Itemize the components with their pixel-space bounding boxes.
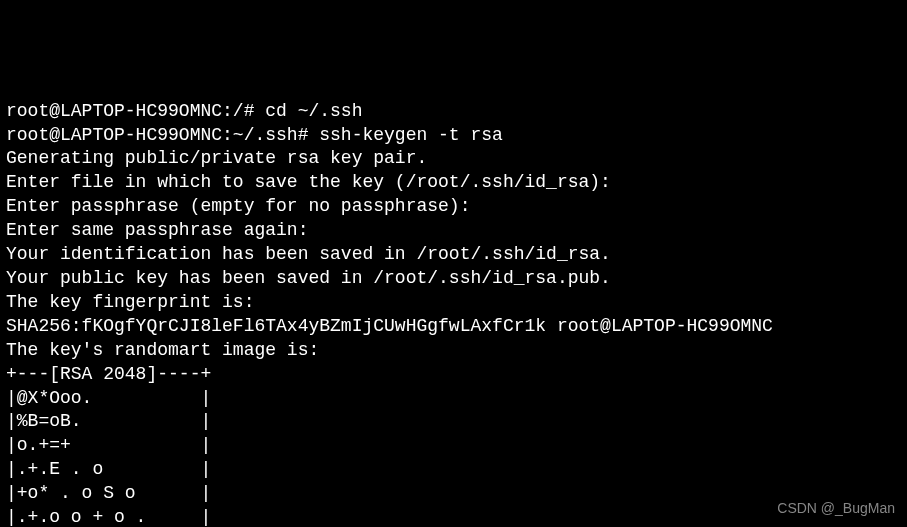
terminal-line: |.+.E . o |: [6, 458, 901, 482]
terminal-line: |@X*Ooo. |: [6, 387, 901, 411]
terminal-line: Enter passphrase (empty for no passphras…: [6, 195, 901, 219]
terminal-line: Enter file in which to save the key (/ro…: [6, 171, 901, 195]
terminal-line: |%B=oB. |: [6, 410, 901, 434]
terminal-line: |.+.o o + o . |: [6, 506, 901, 527]
terminal-line: root@LAPTOP-HC99OMNC:~/.ssh# ssh-keygen …: [6, 124, 901, 148]
terminal-line: root@LAPTOP-HC99OMNC:/# cd ~/.ssh: [6, 100, 901, 124]
terminal-line: |o.+=+ |: [6, 434, 901, 458]
terminal-line: Enter same passphrase again:: [6, 219, 901, 243]
terminal-line: Your identification has been saved in /r…: [6, 243, 901, 267]
terminal-line: Generating public/private rsa key pair.: [6, 147, 901, 171]
watermark-label: CSDN @_BugMan: [777, 497, 895, 521]
terminal-line: The key's randomart image is:: [6, 339, 901, 363]
terminal-line: SHA256:fKOgfYQrCJI8leFl6TAx4yBZmIjCUwHGg…: [6, 315, 901, 339]
terminal-line: |+o* . o S o |: [6, 482, 901, 506]
terminal-line: +---[RSA 2048]----+: [6, 363, 901, 387]
terminal-line: The key fingerprint is:: [6, 291, 901, 315]
terminal-output[interactable]: root@LAPTOP-HC99OMNC:/# cd ~/.sshroot@LA…: [6, 100, 901, 527]
terminal-line: Your public key has been saved in /root/…: [6, 267, 901, 291]
